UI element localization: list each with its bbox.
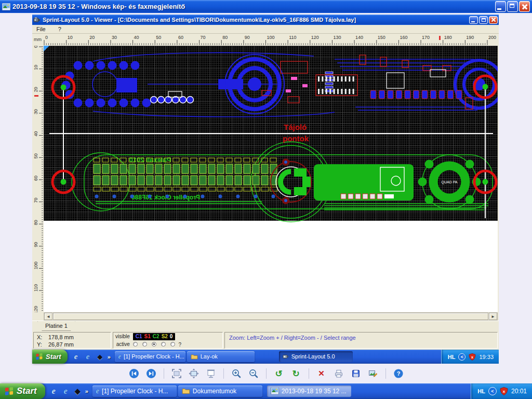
language-bar-collapse-icon[interactable]: < (458, 353, 466, 361)
mail-icon[interactable]: e (49, 387, 58, 396)
save-button[interactable] (350, 367, 362, 380)
layer-s2[interactable]: S2 (162, 334, 168, 339)
task-propeller-clock[interactable]: e [1] Propeller Clock - H... (92, 385, 177, 397)
layer-0[interactable]: 0 (170, 334, 173, 339)
mail-icon[interactable]: e (72, 352, 81, 361)
radio-0[interactable] (170, 342, 175, 347)
board-text-bottom: Propeller Clock 16F886 (131, 194, 200, 201)
quick-launch-overflow-icon[interactable]: » (108, 354, 111, 360)
rotate-counterclockwise-button[interactable]: ↺ (273, 367, 285, 380)
pcb-pad (129, 164, 136, 174)
slideshow-button[interactable] (205, 367, 217, 380)
layer-help[interactable]: ? (178, 342, 181, 348)
ruler-tick: 160 (400, 35, 407, 40)
language-indicator[interactable]: HL (477, 388, 485, 394)
pcb-pad (119, 61, 128, 70)
app-diamond-icon[interactable]: ◆ (96, 352, 104, 361)
layer-c1[interactable]: C1 (136, 334, 142, 339)
pcb-pad (345, 89, 347, 94)
folder-icon (182, 388, 190, 394)
task-propeller-clock[interactable]: e [1] Propeller Clock - H... (115, 351, 185, 362)
rotate-clockwise-button[interactable]: ↻ (290, 367, 302, 380)
quick-launch-overflow-icon[interactable]: » (85, 388, 88, 394)
tab-platine-1[interactable]: Platine 1 (37, 321, 75, 331)
language-bar-collapse-icon[interactable]: < (488, 387, 497, 395)
pcb-pad (173, 164, 180, 174)
radio-c2[interactable] (152, 342, 156, 347)
workspace: mm 0102030405060708090100110120130140150… (32, 34, 499, 321)
radio-s2[interactable] (161, 342, 166, 347)
pcb-pad (396, 90, 402, 99)
inner-start-button[interactable]: Start (32, 350, 68, 364)
pcb-pad (337, 89, 339, 94)
internet-explorer-icon[interactable]: e (61, 387, 70, 396)
pcb-pad (102, 176, 109, 185)
task-lay-ok[interactable]: Lay-ok (187, 351, 255, 362)
pcb-pad (147, 164, 153, 174)
previous-image-button[interactable] (128, 367, 140, 380)
ruler-tick (34, 95, 38, 97)
sprint-layout-window: Sprint-Layout 5.0 - Viewer - [C:\Documen… (32, 15, 499, 350)
help-button[interactable]: ? (392, 367, 405, 380)
pcb-pad (164, 176, 171, 185)
pcb-pad (148, 195, 152, 198)
security-shield-icon[interactable]: x (469, 353, 476, 361)
pcb-pad (166, 195, 169, 198)
scroll-right-button[interactable]: ► (489, 313, 497, 320)
pcb-pad (208, 164, 215, 174)
language-indicator[interactable]: HL (448, 354, 456, 360)
pcb-pad (337, 76, 339, 82)
inner-minimize-button[interactable] (469, 16, 478, 24)
scroll-left-button[interactable]: ◄ (44, 313, 52, 320)
restore-button[interactable] (507, 1, 518, 12)
pcb-pad (322, 89, 323, 94)
layer-c2[interactable]: C2 (153, 334, 159, 339)
task-sprint-layout[interactable]: Sprint-Layout 5.0 (279, 351, 353, 362)
zoom-in-button[interactable] (230, 367, 243, 380)
actual-size-button[interactable] (188, 367, 200, 380)
menu-help[interactable]: ? (58, 26, 61, 32)
layer-s1[interactable]: S1 (144, 334, 151, 339)
app-diamond-icon[interactable]: ◆ (73, 387, 82, 396)
inner-titlebar: Sprint-Layout 5.0 - Viewer - [C:\Documen… (32, 15, 499, 25)
edit-button[interactable] (367, 367, 379, 380)
start-button[interactable]: Start (0, 383, 45, 399)
ruler-tick: 50 (156, 35, 161, 40)
zoom-out-button[interactable] (247, 367, 260, 380)
pcb-pad (261, 176, 268, 185)
delete-button[interactable]: ✕ (315, 367, 328, 380)
radio-c1[interactable] (133, 342, 138, 347)
statusbar: X:178,8 mm Y:26,87 mm visible active C1 (32, 331, 499, 350)
task-picture-viewer[interactable]: 2013-09-18 19 35 12 ... (267, 385, 351, 397)
ruler-unit-label: mm (32, 34, 44, 46)
previous-icon (129, 368, 139, 379)
best-fit-button[interactable] (170, 367, 183, 380)
viewer-client-area: Sprint-Layout 5.0 - Viewer - [C:\Documen… (0, 13, 532, 383)
close-button[interactable] (519, 1, 530, 12)
pcb-pad (164, 164, 171, 174)
task-dokumentumok[interactable]: Dokumentumok (178, 385, 262, 397)
pcb-canvas[interactable]: Palexali 2010 Propeller Clock 16F886 (44, 46, 498, 312)
pcb-pad (74, 61, 83, 70)
pcb-pad (131, 99, 140, 108)
internet-explorer-icon[interactable]: e (84, 352, 92, 361)
actual-size-icon (189, 368, 199, 379)
print-button[interactable] (332, 367, 345, 380)
pcb-pad (329, 76, 331, 82)
restore-icon (510, 4, 514, 8)
toolbar-separator (223, 368, 224, 379)
y-label: Y: (37, 341, 48, 348)
horizontal-scrollbar[interactable]: ◄ ► (44, 312, 498, 321)
active-label: active (115, 340, 130, 348)
inner-close-button[interactable] (489, 16, 498, 24)
pcb-pad (414, 90, 419, 99)
security-shield-icon[interactable]: x (500, 387, 508, 395)
internet-explorer-icon: e (96, 387, 99, 395)
minimize-button[interactable] (495, 1, 506, 12)
inner-restore-button[interactable] (479, 16, 488, 24)
inner-quick-launch: e e ◆ » (68, 352, 115, 361)
next-image-button[interactable] (145, 367, 157, 380)
scrollbar-thumb[interactable] (53, 313, 488, 320)
radio-s1[interactable] (142, 342, 147, 347)
menu-file[interactable]: File (36, 26, 46, 32)
